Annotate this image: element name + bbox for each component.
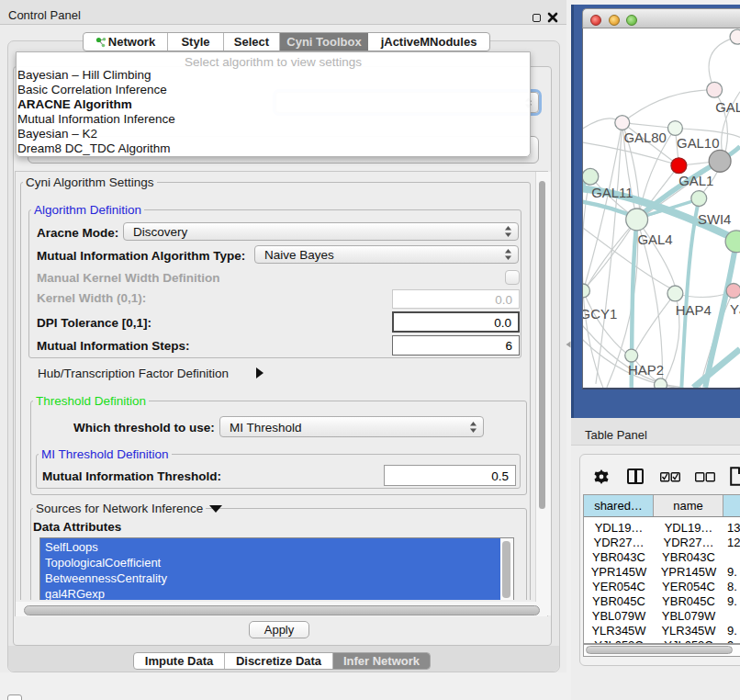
svg-text:GAL10: GAL10: [677, 136, 719, 151]
svg-text:GAL2: GAL2: [715, 100, 740, 115]
svg-text:GCY1: GCY1: [582, 307, 617, 322]
svg-text:HAP4: HAP4: [676, 303, 712, 318]
svg-text:GAL80: GAL80: [623, 130, 666, 145]
svg-text:SWI4: SWI4: [698, 212, 731, 227]
svg-text:GAL4: GAL4: [637, 232, 672, 247]
svg-text:GAL1: GAL1: [678, 174, 713, 188]
svg-text:YJL: YJL: [730, 302, 740, 317]
svg-text:GAL11: GAL11: [591, 186, 633, 200]
svg-text:HAP2: HAP2: [628, 363, 664, 378]
